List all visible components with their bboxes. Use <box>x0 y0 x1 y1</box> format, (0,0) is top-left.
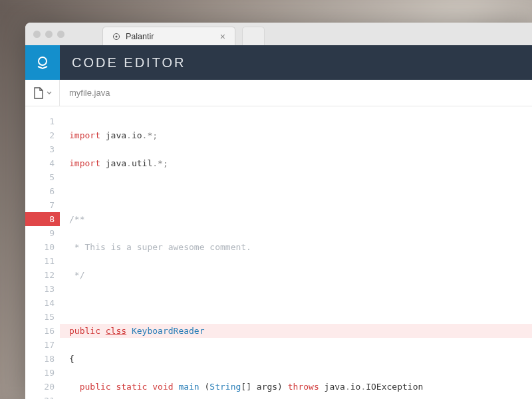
toolbar: myfile.java <box>25 80 532 106</box>
close-tab-icon[interactable]: × <box>220 31 225 42</box>
close-window-button[interactable] <box>33 31 41 38</box>
line-gutter: 123456789101112131415161718192021 <box>25 106 60 399</box>
line-number: 18 <box>25 352 55 366</box>
line-number: 21 <box>25 394 55 399</box>
line-number: 14 <box>25 296 55 310</box>
line-number: 16 <box>25 324 55 338</box>
chevron-down-icon <box>47 90 52 96</box>
line-number: 11 <box>25 254 55 268</box>
code-editor[interactable]: 123456789101112131415161718192021 import… <box>25 106 532 399</box>
filename-label: myfile.java <box>60 80 110 106</box>
line-number: 6 <box>25 184 55 198</box>
maximize-window-button[interactable] <box>57 31 65 38</box>
titlebar: Palantir × <box>25 23 532 45</box>
file-icon <box>33 87 44 99</box>
svg-point-2 <box>39 57 47 65</box>
line-number: 17 <box>25 338 55 352</box>
line-number: 8 <box>25 212 60 226</box>
app-logo[interactable] <box>25 45 60 80</box>
line-number: 4 <box>25 156 55 170</box>
logo-icon <box>35 55 51 70</box>
line-number: 9 <box>25 226 55 240</box>
browser-tab[interactable]: Palantir × <box>102 27 235 45</box>
minimize-window-button[interactable] <box>45 31 53 38</box>
app-header: CODE EDITOR <box>25 45 532 80</box>
tab-favicon <box>112 33 120 41</box>
new-tab-button[interactable] <box>242 27 265 45</box>
code-area[interactable]: import java.io.*; import java.util.*; /*… <box>60 106 532 399</box>
line-number: 7 <box>25 198 55 212</box>
line-number: 5 <box>25 170 55 184</box>
line-number: 20 <box>25 380 55 394</box>
line-number: 12 <box>25 268 55 282</box>
svg-point-1 <box>116 35 118 37</box>
line-number: 1 <box>25 114 55 128</box>
line-number: 13 <box>25 282 55 296</box>
line-number: 19 <box>25 366 55 380</box>
line-number: 10 <box>25 240 55 254</box>
line-number: 15 <box>25 310 55 324</box>
line-number: 2 <box>25 128 55 142</box>
tab-title: Palantir <box>126 32 154 41</box>
browser-window: Palantir × CODE EDITOR myfile.java 12345… <box>25 23 532 399</box>
line-number: 3 <box>25 142 55 156</box>
file-menu-button[interactable] <box>25 80 60 106</box>
app-title: CODE EDITOR <box>60 45 186 80</box>
